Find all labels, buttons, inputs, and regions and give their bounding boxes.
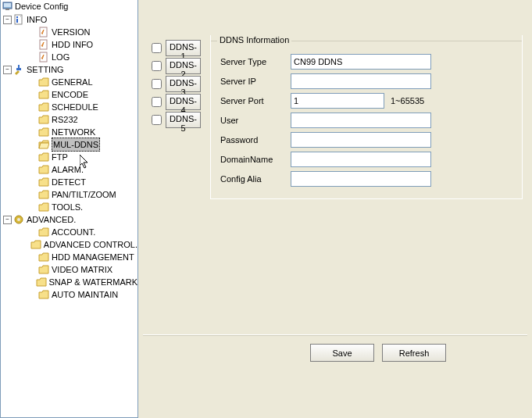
port-range: 1~65535 [391, 96, 424, 105]
svg-rect-4 [16, 16, 18, 18]
folder-icon [38, 164, 49, 175]
tree-leaf-snap[interactable]: SNAP & WATERMARK [3, 276, 137, 288]
tree-label: SETTING [27, 63, 64, 76]
ddns-row-4: DDNS-4 [152, 93, 201, 110]
label-server-port: Server Port [220, 96, 291, 105]
tree-leaf-advcontrol[interactable]: ADVANCED CONTROL. [3, 238, 137, 251]
ddns-row-5: DDNS-5 [152, 111, 201, 128]
svg-rect-10 [16, 68, 21, 70]
info-icon [13, 14, 24, 25]
ddns-check-5[interactable] [152, 115, 162, 125]
folder-icon [38, 114, 49, 125]
ddns-selector-column: DDNS-1 DDNS-2 DDNS-3 DDNS-4 DDNS-5 [152, 39, 201, 129]
group-title: DDNS Information [217, 35, 291, 45]
ddns-check-1[interactable] [152, 43, 162, 53]
input-server-port[interactable] [291, 93, 384, 109]
tree-label: INFO [27, 13, 47, 26]
collapse-icon[interactable]: − [3, 66, 12, 74]
input-server-ip[interactable] [291, 73, 431, 89]
page-icon [38, 52, 49, 63]
folder-icon [38, 252, 49, 263]
folder-icon [38, 264, 49, 275]
gear-icon [13, 214, 24, 225]
folder-icon [30, 239, 41, 250]
sidebar: Device Config − INFO VERSION HDD INFO LO… [0, 0, 138, 418]
folder-icon [38, 89, 49, 100]
folder-open-icon [38, 139, 49, 150]
ddns-row-2: DDNS-2 [152, 57, 201, 74]
ddns-button-1[interactable]: DDNS-1 [166, 40, 201, 56]
tree-leaf-alarm[interactable]: ALARM. [3, 163, 137, 176]
root-node[interactable]: Device Config [1, 0, 137, 12]
tree-leaf-ftp[interactable]: FTP [3, 151, 137, 163]
main-panel: DDNS-1 DDNS-2 DDNS-3 DDNS-4 DDNS-5 DDNS … [138, 0, 532, 418]
tree-label: ADVANCED. [27, 213, 76, 226]
svg-rect-5 [16, 19, 18, 23]
input-password[interactable] [291, 132, 431, 148]
tree-node-setting[interactable]: − SETTING [3, 63, 137, 76]
input-server-type[interactable] [291, 54, 431, 70]
tree-leaf-encode[interactable]: ENCODE [3, 88, 137, 101]
label-server-type: Server Type [220, 57, 291, 66]
tools-icon [13, 64, 24, 75]
tree-leaf-videomatrix[interactable]: VIDEO MATRIX [3, 263, 137, 276]
root-label: Device Config [15, 2, 68, 11]
tree-leaf-ptz[interactable]: PAN/TILT/ZOOM [3, 188, 137, 201]
folder-icon [38, 127, 49, 138]
input-domain[interactable] [291, 152, 431, 167]
folder-icon [38, 202, 49, 213]
tree-leaf-log[interactable]: LOG [3, 51, 137, 63]
tree-leaf-schedule[interactable]: SCHEDULE [3, 101, 137, 113]
label-user: User [220, 116, 291, 125]
tree-leaf-tools[interactable]: TOOLS. [3, 201, 137, 213]
svg-rect-1 [4, 3, 11, 7]
save-button[interactable]: Save [310, 344, 374, 362]
ddns-check-3[interactable] [152, 79, 162, 89]
tree-leaf-version[interactable]: VERSION [3, 26, 137, 38]
ddns-check-2[interactable] [152, 61, 162, 71]
page-icon [38, 27, 49, 38]
tree-node-info[interactable]: − INFO [3, 13, 137, 26]
label-domain: DomainName [220, 155, 291, 164]
folder-icon [36, 277, 47, 288]
tree-leaf-mulddns[interactable]: MUL-DDNS [3, 138, 137, 151]
folder-icon [38, 177, 49, 188]
tree-leaf-general[interactable]: GENERAL [3, 76, 137, 88]
ddns-button-4[interactable]: DDNS-4 [166, 94, 201, 110]
tree-leaf-detect[interactable]: DETECT [3, 176, 137, 188]
separator [143, 334, 527, 336]
tree-leaf-hddinfo[interactable]: HDD INFO [3, 38, 137, 51]
tree-leaf-account[interactable]: ACCOUNT. [3, 226, 137, 238]
ddns-check-4[interactable] [152, 97, 162, 107]
folder-icon [38, 227, 49, 238]
refresh-button[interactable]: Refresh [382, 344, 446, 362]
folder-icon [38, 152, 49, 163]
tree-leaf-network[interactable]: NETWORK [3, 126, 137, 138]
tree-node-advanced[interactable]: − ADVANCED. [3, 213, 137, 226]
page-icon [38, 39, 49, 50]
ddns-row-1: DDNS-1 [152, 39, 201, 56]
ddns-info-group: DDNS Information Server Type Server IP S… [210, 35, 523, 199]
svg-point-12 [17, 218, 20, 221]
ddns-button-2[interactable]: DDNS-2 [166, 58, 201, 74]
label-password: Password [220, 135, 291, 145]
input-user[interactable] [291, 113, 431, 128]
input-alias[interactable] [291, 171, 431, 187]
collapse-icon[interactable]: − [3, 16, 12, 24]
ddns-row-3: DDNS-3 [152, 75, 201, 92]
label-server-ip: Server IP [220, 77, 291, 86]
tree-leaf-rs232[interactable]: RS232 [3, 113, 137, 126]
tree-leaf-hddmgmt[interactable]: HDD MANAGEMENT [3, 251, 137, 263]
folder-icon [38, 289, 49, 300]
folder-icon [38, 77, 49, 88]
folder-icon [38, 102, 49, 113]
ddns-button-5[interactable]: DDNS-5 [166, 112, 201, 128]
svg-rect-2 [5, 9, 9, 10]
collapse-icon[interactable]: − [3, 216, 12, 224]
ddns-button-3[interactable]: DDNS-3 [166, 76, 201, 92]
tree-leaf-automaintain[interactable]: AUTO MAINTAIN [3, 288, 137, 301]
device-icon [2, 1, 12, 11]
folder-icon [38, 189, 49, 200]
svg-rect-9 [18, 65, 20, 68]
label-alias: Config Alia [220, 174, 291, 184]
